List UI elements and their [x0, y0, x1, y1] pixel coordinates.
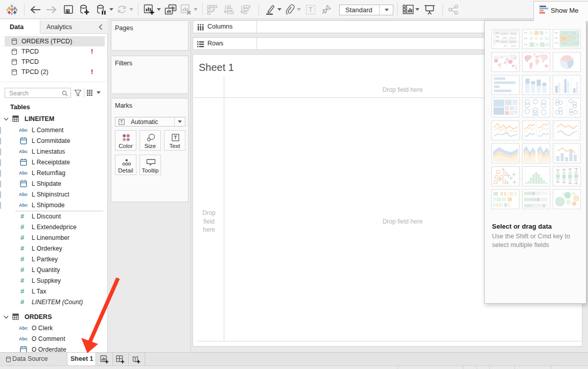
- svg-text:2859: 2859: [509, 40, 516, 43]
- svg-text:10530: 10530: [571, 42, 579, 45]
- svg-text:573: 573: [511, 32, 516, 35]
- svg-text:1520: 1520: [501, 40, 508, 43]
- svg-text:2403: 2403: [561, 42, 568, 45]
- svg-text:543: 543: [571, 32, 576, 35]
- svg-text:986: 986: [561, 37, 566, 40]
- svg-text:312: 312: [511, 44, 516, 47]
- svg-text:1234: 1234: [561, 32, 568, 35]
- svg-text:1234: 1234: [501, 32, 508, 35]
- svg-text:57: 57: [504, 44, 507, 47]
- svg-text:3014: 3014: [509, 36, 516, 39]
- svg-text:325: 325: [571, 37, 576, 40]
- svg-text:150: 150: [502, 36, 508, 39]
